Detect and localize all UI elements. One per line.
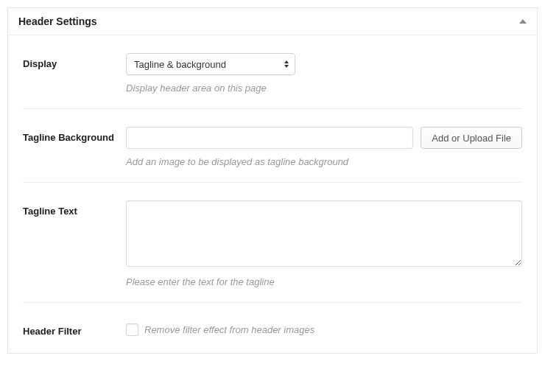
- field-tagline-background: Tagline Background Add or Upload File Ad…: [23, 109, 522, 183]
- field-tagline-text: Tagline Text Please enter the text for t…: [23, 183, 522, 303]
- tagline-text-textarea[interactable]: [126, 200, 522, 267]
- tagline-text-control: Please enter the text for the tagline: [126, 200, 522, 287]
- tagline-text-help: Please enter the text for the tagline: [126, 276, 522, 287]
- display-label: Display: [23, 53, 126, 94]
- tagline-background-label: Tagline Background: [23, 127, 126, 167]
- tagline-background-control: Add or Upload File Add an image to be di…: [126, 127, 522, 167]
- field-header-filter: Header Filter Remove filter effect from …: [23, 303, 522, 353]
- tagline-background-help: Add an image to be displayed as tagline …: [126, 156, 522, 167]
- metabox-title: Header Settings: [18, 15, 97, 27]
- header-filter-checkbox-label: Remove filter effect from header images: [144, 324, 314, 335]
- display-help: Display header area on this page: [126, 83, 522, 94]
- upload-file-button[interactable]: Add or Upload File: [421, 127, 522, 149]
- display-select[interactable]: Tagline & background: [127, 54, 295, 74]
- header-filter-control: Remove filter effect from header images: [126, 321, 522, 338]
- header-filter-label: Header Filter: [23, 321, 126, 338]
- display-control: Tagline & background Display header area…: [126, 53, 522, 94]
- metabox-header[interactable]: Header Settings: [8, 8, 537, 35]
- field-display: Display Tagline & background Display hea…: [23, 35, 522, 109]
- tagline-background-input[interactable]: [126, 127, 413, 149]
- collapse-toggle-icon[interactable]: [519, 19, 527, 24]
- display-select-wrap: Tagline & background: [126, 53, 295, 75]
- header-filter-checkbox[interactable]: [126, 323, 138, 336]
- metabox-body: Display Tagline & background Display hea…: [8, 35, 537, 353]
- header-filter-checkbox-wrap[interactable]: Remove filter effect from header images: [126, 321, 522, 336]
- tagline-text-label: Tagline Text: [23, 200, 126, 287]
- header-settings-metabox: Header Settings Display Tagline & backgr…: [7, 7, 538, 354]
